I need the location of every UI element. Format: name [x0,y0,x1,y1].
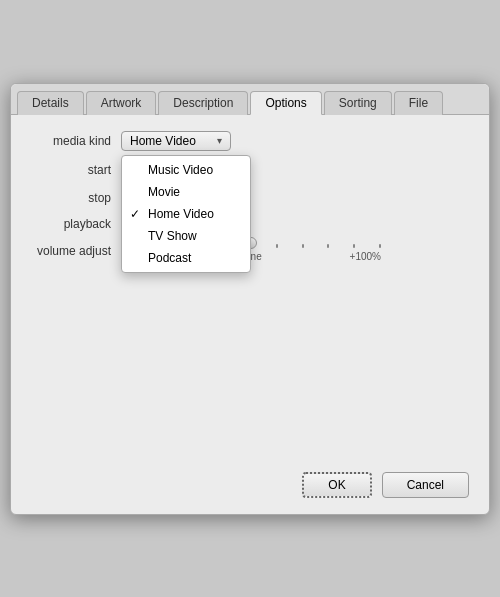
volume-label: volume adjust [31,244,121,258]
cancel-button[interactable]: Cancel [382,472,469,498]
playback-label: playback [31,217,121,231]
menu-item-tv-show[interactable]: TV Show [122,225,250,247]
dialog: Details Artwork Description Options Sort… [10,83,490,515]
tick-10 [353,244,355,248]
tab-description[interactable]: Description [158,91,248,115]
button-row: OK Cancel [11,472,489,514]
tab-artwork[interactable]: Artwork [86,91,157,115]
start-label: start [31,163,121,177]
volume-max-label: +100% [350,251,381,262]
stop-label: stop [31,191,121,205]
menu-item-movie[interactable]: Movie [122,181,250,203]
tab-sorting[interactable]: Sorting [324,91,392,115]
tick-9 [327,244,329,248]
media-kind-menu: Music Video Movie Home Video TV Show Pod… [121,155,251,273]
media-kind-label: media kind [31,134,121,148]
media-kind-dropdown[interactable]: Home Video ▾ [121,131,231,151]
media-kind-value: Home Video [130,134,196,148]
tick-11 [379,244,381,248]
tick-7 [276,244,278,248]
menu-item-home-video[interactable]: Home Video [122,203,250,225]
menu-item-podcast[interactable]: Podcast [122,247,250,269]
content-area: media kind Home Video ▾ Music Video Movi… [11,115,489,472]
content-spacer [31,272,469,452]
tab-file[interactable]: File [394,91,443,115]
tab-bar: Details Artwork Description Options Sort… [11,84,489,115]
menu-item-music-video[interactable]: Music Video [122,159,250,181]
media-kind-row: media kind Home Video ▾ Music Video Movi… [31,131,469,151]
ok-button[interactable]: OK [302,472,371,498]
tick-8 [302,244,304,248]
tab-options[interactable]: Options [250,91,321,115]
tab-details[interactable]: Details [17,91,84,115]
dropdown-arrow-icon: ▾ [217,135,222,146]
